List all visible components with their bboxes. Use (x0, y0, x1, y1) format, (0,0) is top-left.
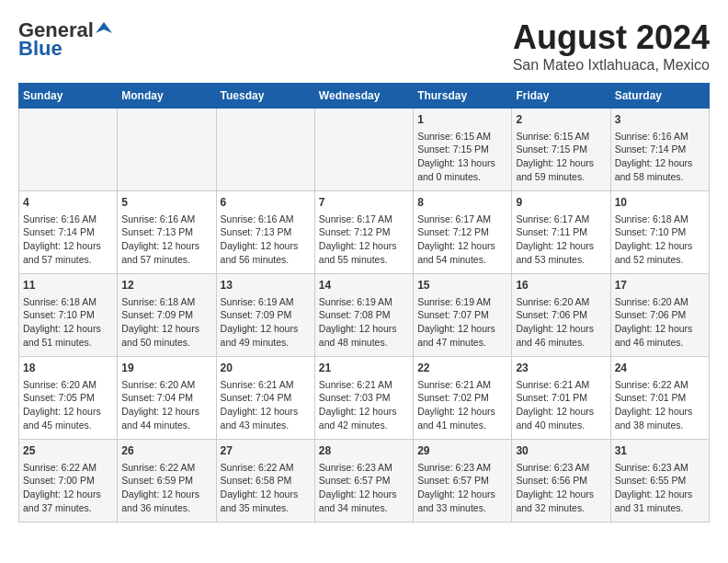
day-info: Sunrise: 6:18 AM (615, 213, 705, 226)
calendar-cell (216, 109, 314, 191)
day-info: Daylight: 12 hours (23, 322, 113, 336)
day-number: 25 (23, 443, 113, 459)
calendar-cell: 8Sunrise: 6:17 AMSunset: 7:12 PMDaylight… (414, 191, 512, 274)
day-info: Sunset: 7:14 PM (23, 225, 113, 239)
day-info: Sunset: 7:14 PM (615, 143, 705, 156)
day-info: and 47 minutes. (417, 336, 507, 350)
day-info: Daylight: 13 hours (417, 156, 507, 170)
day-number: 18 (23, 361, 113, 376)
day-number: 14 (319, 278, 409, 293)
day-info: Sunrise: 6:19 AM (417, 295, 507, 309)
day-info: Daylight: 12 hours (516, 156, 606, 170)
day-number: 2 (516, 112, 606, 128)
week-row-3: 11Sunrise: 6:18 AMSunset: 7:10 PMDayligh… (19, 274, 710, 357)
day-info: Sunrise: 6:18 AM (121, 295, 211, 309)
calendar-cell: 14Sunrise: 6:19 AMSunset: 7:08 PMDayligh… (314, 274, 413, 357)
day-info: and 46 minutes. (615, 336, 705, 350)
day-info: Sunrise: 6:16 AM (221, 213, 311, 226)
day-info: Daylight: 12 hours (221, 405, 311, 419)
day-info: Daylight: 12 hours (516, 239, 606, 253)
day-info: Daylight: 12 hours (615, 239, 705, 253)
page-header: General Blue August 2024 San Mateo Ixtla… (18, 18, 710, 74)
day-info: Sunrise: 6:21 AM (516, 378, 606, 392)
day-info: Daylight: 12 hours (319, 488, 409, 501)
calendar-cell: 25Sunrise: 6:22 AMSunset: 7:00 PMDayligh… (19, 440, 118, 523)
day-info: Sunset: 7:02 PM (417, 391, 507, 405)
day-number: 29 (417, 443, 507, 459)
calendar-cell: 5Sunrise: 6:16 AMSunset: 7:13 PMDaylight… (118, 191, 216, 274)
day-info: Sunrise: 6:16 AM (615, 130, 705, 144)
day-number: 26 (121, 443, 211, 459)
day-info: Daylight: 12 hours (23, 405, 113, 419)
day-info: Daylight: 12 hours (319, 322, 409, 336)
day-number: 6 (221, 195, 311, 211)
week-row-4: 18Sunrise: 6:20 AMSunset: 7:05 PMDayligh… (19, 357, 710, 440)
day-number: 31 (615, 443, 705, 459)
day-info: Daylight: 12 hours (417, 322, 507, 336)
calendar-cell: 12Sunrise: 6:18 AMSunset: 7:09 PMDayligh… (118, 274, 216, 357)
day-info: Sunrise: 6:22 AM (23, 461, 113, 475)
day-info: Sunrise: 6:23 AM (615, 461, 705, 475)
calendar-cell: 16Sunrise: 6:20 AMSunset: 7:06 PMDayligh… (512, 274, 610, 357)
day-info: and 33 minutes. (417, 501, 507, 515)
day-number: 10 (615, 195, 705, 211)
day-info: Sunset: 7:04 PM (121, 391, 211, 405)
day-info: and 41 minutes. (417, 419, 507, 432)
header-cell-sunday: Sunday (19, 84, 118, 109)
calendar-cell: 29Sunrise: 6:23 AMSunset: 6:57 PMDayligh… (414, 440, 512, 523)
calendar-cell: 3Sunrise: 6:16 AMSunset: 7:14 PMDaylight… (610, 109, 709, 191)
day-info: Sunset: 7:03 PM (319, 391, 409, 405)
day-info: Daylight: 12 hours (417, 405, 507, 419)
calendar-cell: 6Sunrise: 6:16 AMSunset: 7:13 PMDaylight… (216, 191, 314, 274)
main-title: August 2024 (513, 18, 710, 57)
day-number: 28 (319, 443, 409, 459)
day-number: 13 (221, 278, 311, 293)
calendar-cell: 28Sunrise: 6:23 AMSunset: 6:57 PMDayligh… (314, 440, 413, 523)
day-info: Sunrise: 6:23 AM (417, 461, 507, 475)
calendar-cell: 26Sunrise: 6:22 AMSunset: 6:59 PMDayligh… (118, 440, 216, 523)
day-info: Daylight: 12 hours (516, 488, 606, 501)
day-info: Sunset: 7:09 PM (221, 308, 311, 322)
day-info: Daylight: 12 hours (516, 322, 606, 336)
subtitle: San Mateo Ixtlahuaca, Mexico (513, 57, 710, 74)
day-info: Daylight: 12 hours (319, 239, 409, 253)
day-info: Sunset: 6:55 PM (615, 474, 705, 488)
day-info: and 54 minutes. (417, 253, 507, 267)
day-info: Sunrise: 6:21 AM (221, 378, 311, 392)
calendar-cell (118, 109, 216, 191)
day-info: Daylight: 12 hours (23, 488, 113, 501)
day-info: Sunset: 7:07 PM (417, 308, 507, 322)
day-info: and 34 minutes. (319, 501, 409, 515)
day-info: Sunset: 7:09 PM (121, 308, 211, 322)
day-info: and 48 minutes. (319, 336, 409, 350)
calendar-cell: 7Sunrise: 6:17 AMSunset: 7:12 PMDaylight… (314, 191, 413, 274)
day-info: Daylight: 12 hours (121, 322, 211, 336)
day-info: and 56 minutes. (221, 253, 311, 267)
calendar-cell: 1Sunrise: 6:15 AMSunset: 7:15 PMDaylight… (414, 109, 512, 191)
day-info: and 45 minutes. (23, 419, 113, 432)
day-info: Sunset: 7:06 PM (615, 308, 705, 322)
day-info: Sunrise: 6:18 AM (23, 295, 113, 309)
day-info: Sunset: 7:06 PM (516, 308, 606, 322)
day-number: 21 (319, 361, 409, 376)
day-info: and 50 minutes. (121, 336, 211, 350)
day-number: 24 (615, 361, 705, 376)
day-info: Sunset: 7:10 PM (23, 308, 113, 322)
day-info: and 36 minutes. (121, 501, 211, 515)
day-info: Sunrise: 6:19 AM (319, 295, 409, 309)
calendar-cell: 15Sunrise: 6:19 AMSunset: 7:07 PMDayligh… (414, 274, 512, 357)
day-info: and 42 minutes. (319, 419, 409, 432)
logo-blue-text: Blue (18, 37, 63, 61)
day-info: Daylight: 12 hours (319, 405, 409, 419)
day-info: and 59 minutes. (516, 170, 606, 184)
day-info: Sunset: 7:12 PM (319, 225, 409, 239)
day-info: and 0 minutes. (417, 170, 507, 184)
day-number: 23 (516, 361, 606, 376)
day-number: 20 (221, 361, 311, 376)
logo: General Blue (18, 18, 112, 61)
day-info: Daylight: 12 hours (221, 488, 311, 501)
day-number: 8 (417, 195, 507, 211)
day-info: Sunset: 7:13 PM (121, 225, 211, 239)
calendar-cell: 23Sunrise: 6:21 AMSunset: 7:01 PMDayligh… (512, 357, 610, 440)
day-info: and 40 minutes. (516, 419, 606, 432)
